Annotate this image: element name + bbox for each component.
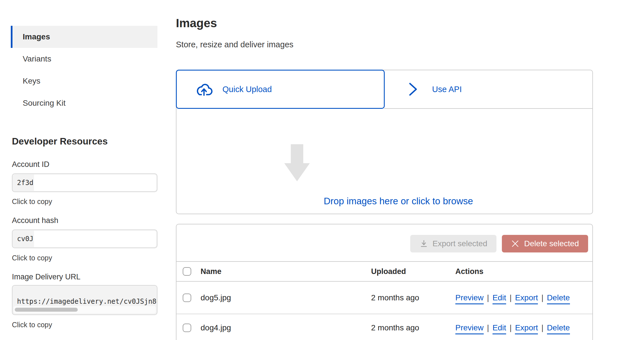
sidebar-item-label: Images bbox=[23, 32, 50, 41]
images-table-card: Export selected Delete selected Name Upl… bbox=[176, 224, 593, 340]
column-header-actions: Actions bbox=[455, 267, 483, 276]
action-separator: | bbox=[510, 323, 512, 332]
action-separator: | bbox=[541, 323, 543, 332]
horizontal-scrollbar bbox=[14, 306, 156, 313]
images-dashboard: Images Variants Keys Sourcing Kit Develo… bbox=[0, 0, 644, 340]
sidebar-item-label: Variants bbox=[23, 54, 51, 63]
x-icon bbox=[511, 239, 519, 248]
sidebar-nav: Images Variants Keys Sourcing Kit bbox=[11, 26, 157, 114]
sidebar-item-variants[interactable]: Variants bbox=[11, 48, 157, 70]
row-checkbox[interactable] bbox=[183, 324, 191, 332]
cloud-upload-icon bbox=[195, 80, 213, 99]
table-row: dog5.jpg 2 months ago Preview|Edit|Expor… bbox=[176, 282, 592, 314]
action-separator: | bbox=[510, 293, 512, 302]
tab-use-api[interactable]: Use API bbox=[385, 70, 592, 108]
account-hash-label: Account hash bbox=[12, 216, 58, 225]
dropzone-text: Drop images here or click to browse bbox=[324, 196, 473, 207]
table-toolbar: Export selected Delete selected bbox=[176, 224, 592, 262]
export-selected-button[interactable]: Export selected bbox=[410, 235, 496, 252]
action-separator: | bbox=[487, 323, 489, 332]
sidebar-item-label: Sourcing Kit bbox=[23, 99, 66, 108]
sidebar-item-images[interactable]: Images bbox=[11, 26, 157, 48]
column-header-name: Name bbox=[201, 267, 222, 276]
action-separator: | bbox=[541, 293, 543, 302]
account-id-copy-hint: Click to copy bbox=[12, 197, 52, 206]
preview-link[interactable]: Preview bbox=[455, 293, 484, 304]
sidebar-item-sourcing-kit[interactable]: Sourcing Kit bbox=[11, 92, 157, 114]
sidebar-item-keys[interactable]: Keys bbox=[11, 70, 157, 92]
delete-link[interactable]: Delete bbox=[547, 293, 570, 304]
page-title: Images bbox=[176, 16, 217, 30]
row-actions: Preview|Edit|Export|Delete bbox=[455, 323, 570, 332]
sidebar-item-label: Keys bbox=[23, 76, 40, 86]
select-all-checkbox[interactable] bbox=[183, 267, 191, 276]
file-name: dog5.jpg bbox=[201, 293, 231, 302]
tab-label: Use API bbox=[432, 85, 462, 94]
tab-label: Quick Upload bbox=[222, 85, 272, 94]
redaction-overlay bbox=[34, 231, 156, 247]
action-separator: | bbox=[487, 293, 489, 302]
account-hash-copy-hint: Click to copy bbox=[12, 254, 52, 262]
edit-link[interactable]: Edit bbox=[493, 323, 506, 334]
account-id-value: 2f3d bbox=[17, 179, 33, 187]
uploaded-time: 2 months ago bbox=[371, 323, 419, 332]
account-id-value-box[interactable]: 2f3d bbox=[12, 173, 157, 192]
preview-link[interactable]: Preview bbox=[455, 323, 484, 334]
file-name: dog4.jpg bbox=[201, 323, 231, 332]
button-label: Export selected bbox=[433, 239, 487, 248]
delivery-url-value: https://imagedelivery.net/cv0JSjn80 bbox=[17, 298, 157, 305]
row-checkbox[interactable] bbox=[183, 294, 191, 302]
delete-selected-button[interactable]: Delete selected bbox=[502, 235, 588, 252]
delivery-url-label: Image Delivery URL bbox=[12, 273, 81, 281]
tabbar-divider bbox=[384, 108, 592, 109]
tab-quick-upload[interactable]: Quick Upload bbox=[176, 70, 385, 109]
upload-widget: Quick Upload Use API Drop images here or… bbox=[176, 70, 593, 214]
account-id-label: Account ID bbox=[12, 160, 49, 169]
column-header-uploaded: Uploaded bbox=[371, 267, 406, 276]
table-header-row: Name Uploaded Actions bbox=[176, 262, 592, 282]
delivery-url-copy-hint: Click to copy bbox=[12, 321, 52, 329]
scrollbar-thumb[interactable] bbox=[15, 308, 78, 312]
button-label: Delete selected bbox=[524, 239, 579, 248]
delete-link[interactable]: Delete bbox=[547, 323, 570, 334]
developer-resources-heading: Developer Resources bbox=[12, 136, 108, 147]
row-actions: Preview|Edit|Export|Delete bbox=[455, 293, 570, 302]
account-hash-value: cv0J bbox=[17, 235, 33, 243]
account-hash-value-box[interactable]: cv0J bbox=[12, 230, 157, 248]
page-subtitle: Store, resize and deliver images bbox=[176, 40, 293, 49]
image-dropzone[interactable]: Drop images here or click to browse bbox=[177, 109, 592, 213]
chevron-right-icon bbox=[408, 82, 418, 97]
export-link[interactable]: Export bbox=[515, 323, 538, 334]
edit-link[interactable]: Edit bbox=[493, 293, 506, 304]
redaction-overlay bbox=[34, 175, 156, 191]
delivery-url-value-box[interactable]: https://imagedelivery.net/cv0JSjn80 bbox=[12, 285, 157, 315]
table-row: dog4.jpg 2 months ago Preview|Edit|Expor… bbox=[176, 314, 592, 340]
export-link[interactable]: Export bbox=[515, 293, 538, 304]
uploaded-time: 2 months ago bbox=[371, 293, 419, 302]
download-icon bbox=[420, 239, 428, 248]
